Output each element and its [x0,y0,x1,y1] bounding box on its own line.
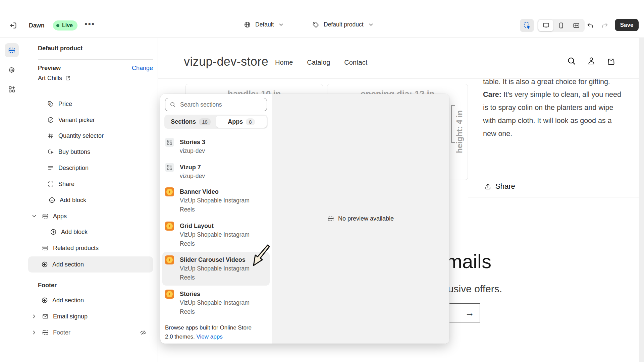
popup-item-stories-3[interactable]: Stories 3 vizup-dev [165,138,205,156]
store-account-icon[interactable] [586,56,596,66]
rail-apps-button[interactable] [8,85,16,93]
add-section-popup: Sections 18 Apps 8 Stories 3 vizup-dev V… [160,94,449,344]
context-selector[interactable]: Default product [312,21,374,28]
tag-icon [312,21,320,28]
save-button[interactable]: Save [615,19,639,31]
locale-label: Default [255,21,274,28]
desktop-view-button[interactable] [538,20,553,31]
store-name[interactable]: vizup-dev-store [184,55,268,69]
tab-label: Sections [171,118,196,125]
apps-grid-icon [8,85,16,93]
grid-plus-icon [165,138,174,147]
tab-label: Apps [228,118,243,125]
share-button[interactable]: Share [484,182,515,191]
preview-label: Preview [38,65,61,72]
footer-group-heading: Footer [38,282,57,289]
section-row-footer[interactable]: Footer [31,328,153,337]
section-row-related-products[interactable]: Related products [42,244,99,252]
popup-item-slider-carousel-videos[interactable]: Slider Carousel Videos VizUp Shopable In… [165,255,259,282]
share-upload-icon [484,183,492,190]
annotated-cursor-arrow [250,243,271,269]
theme-more-menu[interactable]: ••• [85,19,95,29]
tab-count-badge: 8 [246,118,255,125]
preview-page-link[interactable]: Art Chills [38,75,71,82]
tab-apps[interactable]: Apps 8 [216,116,267,128]
envelope-icon [42,313,49,320]
fullwidth-view-button[interactable] [569,20,584,31]
block-label: Variant picker [58,117,95,124]
plus-circle-icon [48,196,56,204]
popup-item-title: Grid Layout [180,222,259,230]
viewport-switcher [537,19,585,32]
footer-add-section-button[interactable]: Add section [41,296,84,305]
rail-settings-button[interactable] [8,66,16,74]
popup-item-grid-layout[interactable]: Grid Layout VizUp Shopable Instagram Ree… [165,222,259,248]
locale-selector[interactable]: Default [244,21,284,28]
context-label: Default product [324,21,364,28]
plus-circle-icon [41,261,48,268]
grid-plus-icon [165,163,174,172]
popup-item-subtitle: VizUp Shopable Instagram Reels [180,196,259,214]
live-label: Live [62,22,73,28]
live-dot-icon [56,24,59,27]
bolt-app-icon [165,290,174,299]
search-sections-input[interactable] [179,101,258,109]
add-block-label: Add block [61,229,88,236]
popup-footer-note: Browse apps built for Online Store 2.0 t… [165,323,252,341]
popup-item-title: Slider Carousel Videos [180,255,259,264]
redo-button[interactable] [598,19,612,32]
price-tag-icon [47,100,54,108]
block-row-share[interactable]: Share [47,180,74,188]
text-lines-icon [47,164,54,172]
apps-add-block-button[interactable]: Add block [50,228,88,236]
media-annotation-height-bracket [451,105,455,143]
redo-icon [601,22,609,29]
editor-icon-rail [0,38,24,362]
store-cart-icon[interactable] [606,56,616,66]
chevron-right-icon [31,313,38,320]
exit-editor-button[interactable] [6,19,20,32]
theme-name: Dawn [29,22,45,29]
inspector-toggle-button[interactable] [520,19,534,32]
mobile-view-button[interactable] [553,20,569,31]
store-search-icon[interactable] [567,56,577,66]
block-row-quantity-selector[interactable]: Quantity selector [47,131,104,140]
block-row-price[interactable]: Price [47,100,72,108]
block-label: Description [58,165,89,172]
add-section-button[interactable]: Add section [28,256,153,273]
rail-sections-button[interactable] [5,43,19,57]
popup-item-vizup-7[interactable]: Vizup 7 vizup-dev [165,163,205,181]
add-block-button[interactable]: Add block [48,196,86,204]
block-row-variant-picker[interactable]: Variant picker [47,116,95,124]
preview-scrollbar[interactable] [639,38,644,362]
section-row-apps[interactable]: Apps [31,212,67,221]
popup-item-stories[interactable]: Stories VizUp Shopable Instagram Reels [165,290,259,316]
block-row-description[interactable]: Description [47,164,89,172]
variant-picker-icon [47,116,54,124]
popup-item-title: Stories 3 [180,138,205,146]
nav-link-contact[interactable]: Contact [344,59,367,66]
nav-link-home[interactable]: Home [275,59,293,66]
nav-link-catalog[interactable]: Catalog [307,59,330,66]
block-row-buy-buttons[interactable]: Buy buttons [47,147,90,156]
bolt-app-icon [165,222,174,231]
undo-icon [586,22,594,29]
change-preview-link[interactable]: Change [132,65,153,72]
share-label: Share [495,182,515,191]
view-apps-link[interactable]: View apps [197,334,223,340]
block-label: Buy buttons [58,148,90,156]
email-submit-arrow[interactable]: → [465,308,474,318]
section-row-email-signup[interactable]: Email signup [31,312,88,321]
popup-item-banner-video[interactable]: Banner Video VizUp Shopable Instagram Re… [165,187,259,214]
eye-slash-icon[interactable] [140,329,147,336]
tab-sections[interactable]: Sections 18 [165,116,216,128]
popup-search-field[interactable] [165,98,267,111]
cursor-click-icon [47,148,54,156]
external-link-icon [65,75,71,81]
chevron-down-icon [278,21,284,28]
search-icon [169,101,176,108]
undo-button[interactable] [583,19,597,32]
topbar-divider [298,21,298,29]
popup-preview-pane: No preview available [272,94,449,344]
popup-item-subtitle: VizUp Shopable Instagram Reels [180,230,259,248]
